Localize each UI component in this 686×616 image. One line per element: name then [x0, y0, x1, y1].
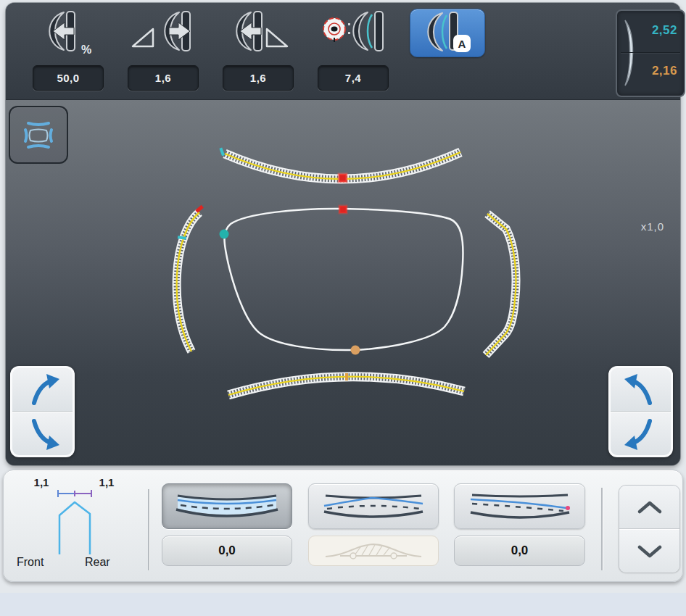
step-down-button[interactable]: [619, 529, 679, 573]
thickness-divider: [621, 52, 680, 53]
left-bevel-track: [177, 205, 204, 351]
auto-bevel-button[interactable]: A: [410, 9, 485, 57]
rear-thickness-value: 2,16: [634, 64, 677, 78]
step-up-button[interactable]: [619, 486, 679, 529]
front-label: Front: [17, 556, 44, 569]
rear-wedge-value[interactable]: 1,6: [223, 65, 294, 91]
lens-shape-display: [6, 100, 680, 465]
arrow-up-right-icon: [22, 370, 63, 410]
bevel-profile-icon: [54, 498, 95, 557]
auto-badge: A: [458, 38, 466, 50]
chevron-up-icon: [634, 499, 666, 516]
value-stepper: [619, 485, 680, 573]
front-thickness-value: 2,52: [634, 23, 677, 38]
bevel-slope-icon: [462, 488, 578, 525]
arrow-down-left-icon: [621, 414, 661, 454]
lens-orange-marker[interactable]: [351, 346, 360, 355]
rear-label: Rear: [85, 556, 110, 569]
rotate-left-group: [10, 366, 75, 457]
percent-unit: %: [81, 43, 91, 56]
thickness-display: 2,52 2,16: [616, 9, 685, 97]
bevel-mode-peak-button[interactable]: [308, 483, 439, 529]
bevel-mode-band-button[interactable]: [162, 483, 292, 529]
edge-measure-icon: [56, 489, 94, 498]
front-wedge-value[interactable]: 1,6: [128, 65, 199, 91]
lens-display-canvas: x1,0: [6, 100, 680, 465]
lens-top-red-marker[interactable]: [339, 206, 347, 213]
section-divider: [148, 489, 149, 570]
bevel-peak-icon: [315, 488, 431, 525]
top-bevel-track: [219, 148, 460, 182]
track-red-marker: [339, 174, 347, 182]
rotate-right-group: [608, 366, 673, 457]
lens-edger-window: % 50,0 1,6 1,6: [6, 3, 680, 465]
axis-target-lens-icon: [320, 9, 385, 57]
rotate-cw-up-button[interactable]: [611, 368, 671, 412]
bevel-slope-value[interactable]: 0,0: [454, 536, 585, 566]
arrow-up-left-icon: [621, 370, 661, 410]
wedge-lens-tilt-right-icon: [130, 9, 195, 57]
lens-auto-icon: A: [415, 11, 480, 56]
lens-tilt-left-percent-icon: %: [35, 9, 100, 57]
rear-edge-value: 1,1: [91, 476, 123, 488]
bevel-percent-value[interactable]: 50,0: [33, 65, 104, 91]
background-strip: [0, 593, 686, 616]
bevel-profile-disabled-button[interactable]: [308, 536, 439, 566]
rotate-ccw-up-button[interactable]: [12, 368, 73, 412]
bottom-bevel-track: [228, 373, 464, 395]
curve-value[interactable]: 7,4: [318, 65, 389, 91]
lens-cross-section-icon: [315, 538, 431, 564]
rotate-ccw-down-button[interactable]: [611, 412, 671, 455]
section-divider: [601, 488, 603, 570]
arrow-down-right-icon: [22, 414, 63, 454]
bevel-mode-slope-button[interactable]: [454, 483, 585, 529]
right-bevel-track: [486, 214, 516, 355]
lens-teal-marker[interactable]: [220, 230, 229, 239]
track-teal-tick: [219, 148, 225, 157]
front-edge-value: 1,1: [25, 476, 57, 488]
chevron-down-icon: [634, 543, 666, 560]
bevel-settings-panel: 1,1 1,1 Front Rear 0,0: [3, 470, 683, 582]
bevel-band-value[interactable]: 0,0: [162, 536, 292, 566]
track-orange-tick: [345, 373, 348, 380]
bevel-band-icon: [169, 488, 285, 525]
rotate-cw-down-button[interactable]: [12, 412, 73, 455]
lens-tilt-left-wedge-icon: [225, 9, 290, 57]
parameter-bar: % 50,0 1,6 1,6: [6, 3, 680, 100]
screen: % 50,0 1,6 1,6: [0, 0, 686, 616]
lens-outline: [225, 209, 463, 350]
